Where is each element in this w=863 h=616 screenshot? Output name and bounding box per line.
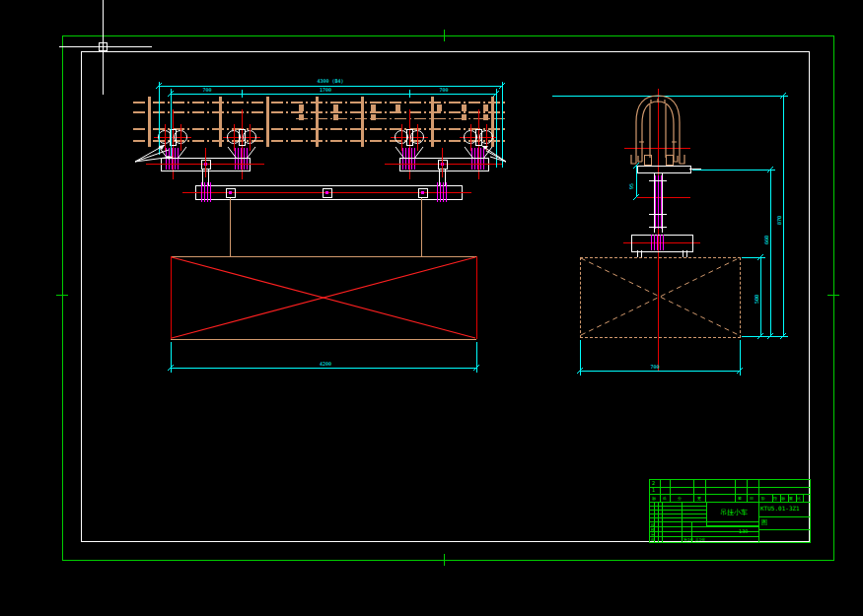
tb-line: [693, 480, 694, 502]
trolley-gusset: [228, 147, 255, 159]
tb-title: 吊挂小车: [709, 510, 758, 516]
tb-header-4: 签: [738, 496, 742, 501]
tb-header-2: 分: [678, 496, 682, 501]
tb-rev-1: 1: [652, 488, 655, 493]
tb-line: [658, 502, 659, 542]
tb-rheader-1: 段: [773, 496, 777, 501]
tb-rheader-2: 标: [781, 496, 785, 501]
tb-line: [670, 480, 671, 502]
tb-drawing-no: KTU5.01-3Z1: [760, 506, 810, 512]
tb-line: [705, 480, 706, 502]
tb-header-3: 更: [697, 496, 701, 501]
tb-line: [735, 480, 736, 502]
dim-slash-ticks: [156, 83, 786, 374]
side-box-diagonal: [581, 258, 739, 335]
tb-stage-mark: 图: [761, 519, 767, 524]
side-box-diagonal: [581, 258, 739, 335]
cad-canvas[interactable]: 4300 (B4) 700 1700 700 4200 95 500 660 8…: [0, 0, 863, 616]
trolley-gusset: [465, 147, 492, 159]
tb-rheader-0: 阶: [761, 496, 765, 501]
tb-line: [747, 480, 748, 502]
tb-line: [803, 494, 804, 502]
leader-left: [135, 145, 173, 162]
trolley-gusset: [396, 147, 423, 159]
tb-line: [650, 526, 758, 527]
tb-line: [662, 502, 663, 542]
tb-line: [758, 529, 810, 530]
title-block: 2 1 标 处 分 更 签 日 阶 段 标 重 比 吊挂小车 KTU5.01-3…: [649, 479, 811, 543]
tb-line: [758, 480, 759, 502]
tb-line: [682, 502, 683, 542]
tb-line: [650, 494, 810, 495]
tb-rev-2: 2: [652, 481, 655, 486]
tb-line: [650, 521, 758, 522]
tb-line: [650, 487, 810, 488]
tb-line: [660, 480, 661, 502]
side-rail-section: [631, 96, 684, 164]
tb-header-1: 处: [663, 496, 667, 501]
tb-line: [650, 502, 810, 503]
tb-header-0: 标: [652, 496, 656, 501]
tb-rheader-4: 比: [797, 496, 801, 501]
tb-header-5: 日: [750, 496, 754, 501]
tb-line: [758, 502, 759, 542]
tb-sheet-note: 第1张 共1张: [683, 537, 705, 542]
tb-weight: 130: [739, 529, 749, 534]
tb-line: [758, 516, 810, 517]
tb-rheader-3: 重: [789, 496, 793, 501]
tb-sign-3: 批: [651, 537, 655, 542]
